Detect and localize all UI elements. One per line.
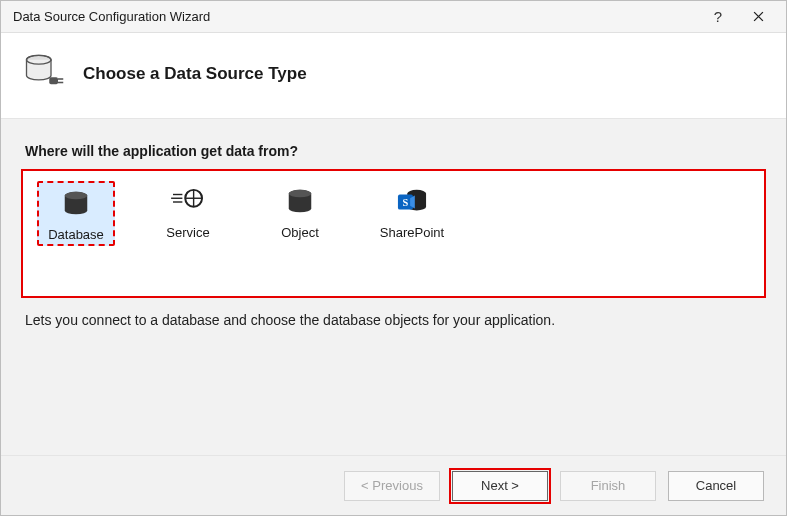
option-database[interactable]: Database	[37, 181, 115, 246]
close-button[interactable]	[738, 1, 778, 33]
prompt-text: Where will the application get data from…	[25, 143, 766, 159]
object-icon	[280, 185, 320, 219]
svg-rect-2	[49, 77, 58, 84]
database-icon	[56, 187, 96, 221]
database-plug-icon	[23, 51, 65, 93]
previous-button: < Previous	[344, 471, 440, 501]
svg-point-14	[289, 190, 312, 198]
option-object[interactable]: Object	[261, 181, 339, 246]
header-icon	[23, 51, 65, 96]
cancel-button[interactable]: Cancel	[668, 471, 764, 501]
window-title: Data Source Configuration Wizard	[13, 9, 698, 24]
option-label: Service	[166, 225, 209, 240]
wizard-footer: < Previous Next > Finish Cancel	[1, 455, 786, 515]
help-button[interactable]: ?	[698, 1, 738, 33]
svg-text:S: S	[403, 197, 409, 208]
titlebar: Data Source Configuration Wizard ?	[1, 1, 786, 33]
wizard-body: Where will the application get data from…	[1, 118, 786, 455]
next-button[interactable]: Next >	[452, 471, 548, 501]
wizard-window: Data Source Configuration Wizard ? Choos…	[0, 0, 787, 516]
option-label: Database	[48, 227, 104, 242]
wizard-heading: Choose a Data Source Type	[83, 64, 307, 84]
option-sharepoint[interactable]: S SharePoint	[373, 181, 451, 246]
option-label: Object	[281, 225, 319, 240]
close-icon	[753, 11, 764, 22]
wizard-header: Choose a Data Source Type	[1, 33, 786, 118]
svg-point-6	[65, 192, 88, 200]
service-icon	[168, 185, 208, 219]
data-source-options: Database Service	[21, 169, 766, 298]
sharepoint-icon: S	[392, 185, 432, 219]
option-description: Lets you connect to a database and choos…	[25, 312, 762, 328]
option-service[interactable]: Service	[149, 181, 227, 246]
option-label: SharePoint	[380, 225, 444, 240]
finish-button: Finish	[560, 471, 656, 501]
